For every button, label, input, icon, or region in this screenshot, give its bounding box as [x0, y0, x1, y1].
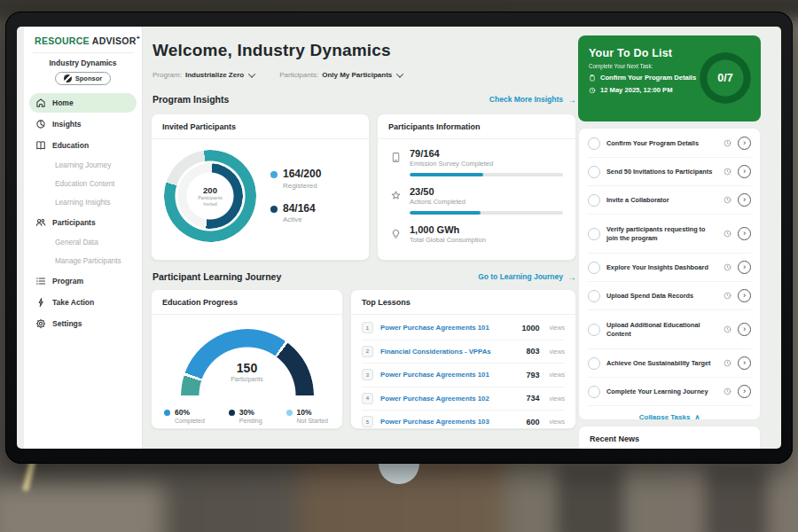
invited-participants-card: Invited Participants 200 Participants In…	[151, 113, 370, 261]
lesson-link[interactable]: Power Purchase Agreements 102	[380, 395, 519, 403]
sidebar-item-learning-insights[interactable]: Learning Insights	[29, 194, 137, 211]
task-upload-spend-data[interactable]: Upload Spend Data Records ›	[588, 282, 751, 310]
sidebar-item-education[interactable]: Education	[29, 136, 137, 155]
main-content: Welcome, Industry Dynamics Program: Indu…	[151, 27, 576, 449]
clock-icon	[724, 359, 732, 367]
task-open-button[interactable]: ›	[738, 323, 751, 336]
task-open-button[interactable]: ›	[738, 385, 751, 398]
progress-bar-fill	[410, 173, 483, 176]
sidebar-item-label: Settings	[52, 319, 82, 328]
sidebar-item-participants[interactable]: Participants	[29, 213, 137, 232]
task-checkbox[interactable]	[588, 290, 600, 302]
task-checkbox[interactable]	[588, 194, 600, 207]
legend-value: 84/164	[283, 203, 316, 215]
emission-survey-row: 79/164 Emission Survey Completed	[390, 148, 563, 176]
task-achieve-sustainability-target[interactable]: Achieve One Sustainability Target ›	[588, 349, 751, 378]
lesson-row: 1 Power Purchase Agreements 101 1000 vie…	[362, 317, 565, 340]
task-complete-learning-journey[interactable]: Complete Your Learning Journey ›	[588, 378, 751, 406]
legend-value: 30%	[239, 408, 262, 417]
section-heading: Program Insights	[153, 94, 229, 105]
gauge-legend: 60% Completed 30% Pending 10% Not Star	[152, 397, 342, 424]
task-open-button[interactable]: ›	[738, 227, 751, 240]
legend-label: Active	[283, 215, 316, 223]
task-checkbox[interactable]	[588, 228, 600, 240]
sidebar-item-home[interactable]: Home	[29, 93, 137, 113]
clock-icon	[724, 168, 732, 176]
sponsor-label: Sponsor	[75, 74, 102, 82]
sidebar-item-learning-journey[interactable]: Learning Journey	[29, 157, 137, 174]
task-invite-collaborator[interactable]: Invite a Collaborator ›	[588, 186, 751, 215]
take-action-icon	[35, 297, 46, 308]
progress-bar	[410, 211, 563, 215]
gauge-center-value: 150	[181, 361, 314, 375]
lesson-link[interactable]: Financial Considerations - VPPAs	[380, 348, 519, 356]
check-more-insights-link[interactable]: Check More Insights →	[489, 95, 576, 105]
sidebar-item-program[interactable]: Program	[29, 271, 137, 291]
task-checkbox[interactable]	[588, 386, 600, 398]
views-suffix: views	[549, 348, 565, 355]
lesson-link[interactable]: Power Purchase Agreements 101	[380, 371, 519, 379]
program-filter-dropdown[interactable]: Program: Industrialize Zero	[153, 71, 254, 79]
legend-value: 10%	[297, 408, 328, 417]
lesson-row: 3 Power Purchase Agreements 101 793 view…	[362, 364, 565, 387]
insights-icon	[35, 119, 46, 129]
filters-row: Program: Industrialize Zero Participants…	[153, 71, 403, 79]
task-open-button[interactable]: ›	[738, 137, 751, 150]
link-label: Check More Insights	[489, 95, 563, 104]
task-verify-participants[interactable]: Verify participants requesting to join t…	[588, 215, 751, 254]
sidebar-item-label: Home	[52, 98, 74, 107]
collapse-tasks-link[interactable]: Collapse Tasks ∧	[588, 406, 751, 420]
task-upload-educational-content[interactable]: Upload Additional Educational Content ›	[588, 310, 751, 349]
participants-filter-dropdown[interactable]: Participants: Only My Participants	[279, 71, 403, 79]
sidebar-item-manage-participants[interactable]: Manage Participants	[29, 253, 137, 270]
participants-information-body: 79/164 Emission Survey Completed 23/50 A…	[378, 139, 575, 244]
task-checkbox[interactable]	[588, 166, 600, 178]
dashboard-screen: RESOURCE ADVISOR+ Industry Dynamics Spon…	[17, 27, 781, 449]
task-confirm-program-details[interactable]: Confirm Your Program Details ›	[588, 129, 751, 158]
sidebar-item-insights[interactable]: Insights	[29, 114, 137, 134]
sidebar-item-general-data[interactable]: General Data	[29, 234, 137, 251]
task-open-button[interactable]: ›	[738, 289, 751, 302]
task-label: Upload Additional Educational Content	[606, 321, 717, 339]
task-label: Verify participants requesting to join t…	[606, 225, 717, 243]
task-label: Send 50 Invitations to Participants	[606, 168, 717, 176]
lesson-link[interactable]: Power Purchase Agreements 103	[380, 418, 519, 426]
legend-item-completed: 60% Completed	[164, 408, 205, 424]
sidebar: RESOURCE ADVISOR+ Industry Dynamics Spon…	[24, 27, 143, 449]
task-open-button[interactable]: ›	[738, 356, 751, 370]
task-open-button[interactable]: ›	[738, 193, 751, 207]
card-title: Education Progress	[152, 290, 342, 315]
task-checkbox[interactable]	[588, 324, 600, 336]
legend-dot	[229, 410, 235, 416]
global-consumption-row: 1,000 GWh Total Global Consumption	[390, 224, 563, 244]
sponsor-icon	[64, 74, 72, 82]
rank-badge: 1	[362, 322, 373, 333]
gauge-center-label: Participants	[181, 376, 314, 382]
go-to-learning-journey-link[interactable]: Go to Learning Journey →	[478, 272, 576, 282]
task-checkbox[interactable]	[588, 137, 600, 150]
views-count: 803	[526, 347, 539, 356]
lesson-link[interactable]: Power Purchase Agreements 101	[380, 324, 514, 332]
program-filter-label: Program:	[153, 71, 182, 79]
lesson-row: 5 Power Purchase Agreements 103 600 view…	[362, 411, 565, 434]
participants-icon	[35, 217, 46, 228]
task-open-button[interactable]: ›	[738, 261, 751, 274]
legend-item-registered: 164/200 Registered	[270, 168, 321, 189]
sidebar-item-education-content[interactable]: Education Content	[29, 176, 137, 192]
task-checkbox[interactable]	[588, 262, 600, 274]
home-icon	[35, 98, 46, 108]
task-send-invitations[interactable]: Send 50 Invitations to Participants ›	[588, 158, 751, 186]
legend-label: Completed	[175, 418, 205, 424]
sidebar-item-label: Participants	[52, 218, 96, 227]
task-explore-insights[interactable]: Explore Your Insights Dashboard ›	[588, 254, 751, 282]
sponsor-badge[interactable]: Sponsor	[55, 72, 111, 85]
todo-next-task-label: Confirm Your Program Details	[600, 74, 696, 82]
task-label: Achieve One Sustainability Target	[606, 359, 717, 368]
sidebar-item-label: Manage Participants	[55, 257, 121, 265]
task-open-button[interactable]: ›	[738, 165, 751, 178]
todo-due-label: 12 May 2025, 12:00 PM	[600, 86, 672, 94]
task-checkbox[interactable]	[588, 357, 600, 370]
sidebar-item-take-action[interactable]: Take Action	[29, 293, 137, 312]
sidebar-item-settings[interactable]: Settings	[29, 314, 137, 333]
sidebar-item-label: Learning Journey	[55, 161, 111, 169]
